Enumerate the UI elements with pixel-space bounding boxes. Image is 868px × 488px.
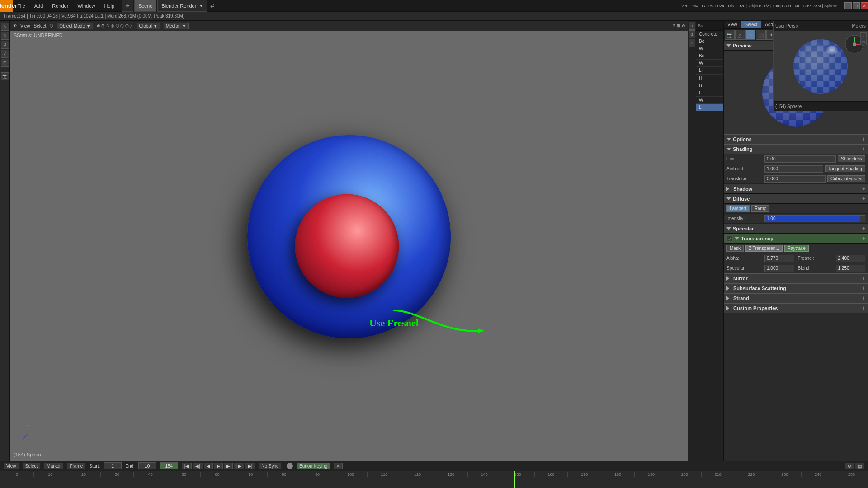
section-header-shadow[interactable]: Shadow + bbox=[724, 184, 868, 194]
tool-rotate[interactable]: ↺ bbox=[1, 41, 9, 49]
alpha-value[interactable]: 0.770 bbox=[764, 255, 794, 262]
play-prev-key[interactable]: ◀| bbox=[193, 463, 203, 469]
blend-value[interactable]: 1.250 bbox=[836, 265, 866, 272]
transparency-checkbox[interactable] bbox=[726, 235, 733, 242]
mat-item-leather[interactable]: Bo bbox=[696, 52, 723, 60]
nav-num-2[interactable]: 2 bbox=[689, 30, 695, 38]
end-frame-input[interactable] bbox=[138, 462, 156, 469]
ambient-value[interactable]: 1.000 bbox=[764, 165, 823, 173]
play-prev-frame[interactable]: ◀ bbox=[204, 463, 213, 469]
specular-t-value[interactable]: 1.000 bbox=[764, 265, 794, 272]
3d-viewport[interactable]: Use Fresnel 👁 View Select ⬡ Object Mode … bbox=[10, 21, 688, 461]
mat-item-w1[interactable]: W bbox=[696, 45, 723, 52]
keying-delete-btn[interactable]: ✕ bbox=[334, 463, 343, 469]
fresnel-value[interactable]: 2.400 bbox=[836, 255, 866, 262]
mini-ctrl-solid[interactable]: □ bbox=[860, 39, 867, 45]
transluce-value[interactable]: 0.000 bbox=[764, 175, 826, 183]
specular-t-label: Specular: bbox=[726, 266, 763, 271]
play-next-key[interactable]: |▶ bbox=[234, 463, 244, 469]
tab-view[interactable]: View bbox=[724, 21, 741, 28]
restore-btn[interactable]: □ bbox=[853, 2, 860, 9]
mat-item-li[interactable]: Li bbox=[696, 67, 723, 74]
timeline-marker-btn[interactable]: Marker bbox=[44, 463, 63, 469]
tab-icon-texture[interactable]: ⬛ bbox=[756, 30, 766, 40]
tool-scale[interactable]: ⤢ bbox=[1, 50, 9, 58]
intensity-value: 1.00 bbox=[767, 216, 775, 221]
scene-selector[interactable]: Scene bbox=[134, 0, 156, 12]
global-selector[interactable]: Global ▼ bbox=[137, 23, 160, 29]
mat-item-b[interactable]: B bbox=[696, 82, 723, 89]
viewport-mode-selector[interactable]: Object Mode ▼ bbox=[57, 23, 93, 29]
intensity-bar[interactable]: 1.00 bbox=[764, 215, 865, 222]
cubic-interpola-btn[interactable]: Cubic Interpola. bbox=[827, 175, 865, 182]
menu-help[interactable]: Help bbox=[100, 0, 119, 12]
lambert-btn[interactable]: Lambert bbox=[726, 205, 750, 212]
mirror-title: Mirror bbox=[733, 276, 748, 281]
tab-icon-mesh[interactable]: △ bbox=[735, 30, 745, 40]
mat-item-e[interactable]: E bbox=[696, 89, 723, 97]
pivot-selector[interactable]: Median ▼ bbox=[164, 23, 189, 29]
section-header-transparency[interactable]: Transparency + bbox=[724, 234, 868, 244]
tool-camera[interactable]: 📷 bbox=[1, 72, 9, 80]
play-next-frame[interactable]: ▶ bbox=[224, 463, 233, 469]
annotation-arrow bbox=[390, 306, 489, 342]
timeline-view-btn[interactable]: View bbox=[4, 463, 19, 469]
shadeless-btn[interactable]: Shadeless bbox=[838, 155, 865, 162]
section-header-options[interactable]: Options + bbox=[724, 134, 868, 144]
current-frame-input[interactable] bbox=[160, 462, 178, 469]
timeline-extra-2[interactable]: ▤ bbox=[855, 463, 864, 469]
button-keying-btn[interactable]: Button Keying bbox=[297, 463, 330, 469]
viewport-view-label[interactable]: View bbox=[20, 23, 30, 28]
emit-value[interactable]: 0.00 bbox=[764, 155, 836, 163]
tool-translate[interactable]: ⊕ bbox=[1, 32, 9, 40]
raytrace-btn[interactable]: Raytrace bbox=[784, 245, 809, 252]
start-frame-input[interactable] bbox=[104, 462, 122, 469]
section-header-specular[interactable]: Specular + bbox=[724, 224, 868, 234]
no-sync-btn[interactable]: No Sync bbox=[259, 463, 281, 469]
tab-select[interactable]: Select bbox=[741, 21, 762, 28]
engine-sync-icon[interactable]: ⇄ bbox=[208, 0, 217, 12]
section-header-strand[interactable]: Strand + bbox=[724, 293, 868, 303]
menu-render[interactable]: Render bbox=[47, 0, 73, 12]
mat-item-h[interactable]: H bbox=[696, 75, 723, 82]
section-header-shading[interactable]: Shading + bbox=[724, 144, 868, 154]
close-btn[interactable]: ✕ bbox=[861, 2, 868, 9]
mirror-plus: + bbox=[862, 275, 865, 282]
ramp-btn[interactable]: Ramp bbox=[751, 205, 770, 212]
section-header-mirror[interactable]: Mirror + bbox=[724, 273, 868, 283]
mat-item-active[interactable]: Li bbox=[696, 104, 723, 111]
nav-num-3[interactable]: 3 bbox=[689, 39, 695, 47]
timeline-extra-1[interactable]: ⊙ bbox=[845, 463, 854, 469]
menu-file[interactable]: File bbox=[13, 0, 30, 12]
mini-ctrl-render[interactable]: ○ bbox=[860, 32, 867, 38]
nav-num-1[interactable]: 1 bbox=[689, 22, 695, 30]
section-header-sss[interactable]: Subsurface Scattering + bbox=[724, 283, 868, 293]
minimize-btn[interactable]: ─ bbox=[844, 2, 852, 9]
timeline-frame-btn[interactable]: Frame bbox=[67, 463, 85, 469]
menu-add[interactable]: Add bbox=[30, 0, 48, 12]
tab-icon-material[interactable]: ○ bbox=[745, 30, 755, 40]
menu-window[interactable]: Window bbox=[73, 0, 99, 12]
z-transparent-btn[interactable]: Z Transparen... bbox=[745, 245, 783, 252]
renderer-selector[interactable]: Blender Render ▼ bbox=[157, 0, 207, 12]
section-header-diffuse[interactable]: Diffuse + bbox=[724, 194, 868, 204]
play-btn[interactable]: ▶ bbox=[214, 463, 223, 469]
tangent-shading-btn[interactable]: Tangent Shading bbox=[825, 165, 865, 172]
play-jump-end[interactable]: ▶| bbox=[245, 463, 255, 469]
mini-viewport-object-name: (154) Sphere bbox=[774, 101, 868, 111]
mat-item-glass[interactable]: W bbox=[696, 60, 723, 67]
timeline-select-btn[interactable]: Select bbox=[23, 463, 41, 469]
tick-170: 170 bbox=[567, 472, 601, 477]
mat-item-concrete2[interactable]: Bo bbox=[696, 38, 723, 45]
mat-item-concrete1[interactable]: Concrete bbox=[696, 31, 723, 38]
tool-select[interactable]: ↖ bbox=[1, 23, 9, 31]
mat-item-w2[interactable]: W bbox=[696, 97, 723, 104]
timeline-ruler[interactable]: 0 10 20 30 40 50 60 70 80 90 100 110 120… bbox=[0, 471, 868, 488]
mask-btn[interactable]: Mask bbox=[726, 245, 744, 252]
section-header-custom-props[interactable]: Custom Properties + bbox=[724, 303, 868, 313]
window-controls: ─ □ ✕ bbox=[844, 2, 868, 9]
viewport-select-label[interactable]: Select bbox=[34, 23, 47, 28]
tool-transform[interactable]: ⊞ bbox=[1, 59, 9, 67]
tab-icon-camera[interactable]: 📷 bbox=[725, 30, 735, 40]
play-jump-start[interactable]: |◀ bbox=[182, 463, 192, 469]
